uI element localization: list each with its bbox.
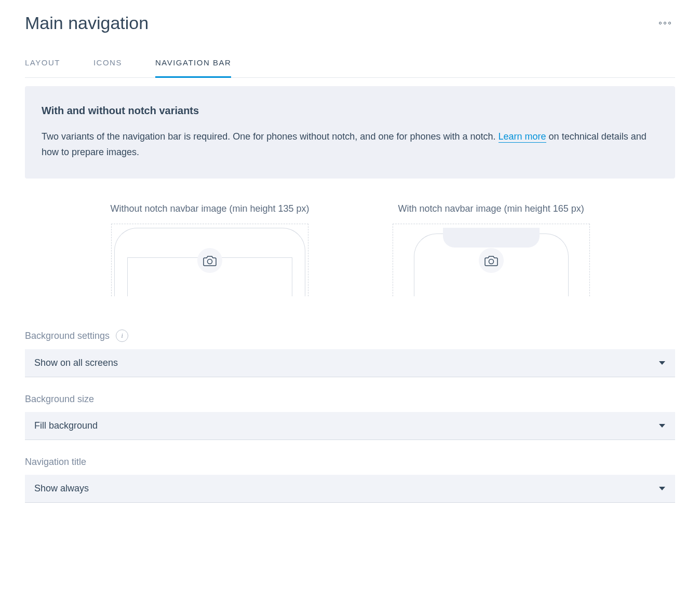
learn-more-link[interactable]: Learn more: [499, 131, 546, 143]
with-notch-label: With notch navbar image (min height 165 …: [398, 203, 584, 214]
with-notch-upload-zone[interactable]: [393, 224, 590, 296]
info-panel-title: With and without notch variants: [42, 105, 658, 117]
more-options-icon[interactable]: [655, 18, 675, 29]
tab-icons[interactable]: Icons: [93, 58, 122, 77]
svg-point-1: [489, 259, 493, 264]
without-notch-upload-zone[interactable]: [111, 224, 308, 296]
nav-title-label: Navigation title: [25, 457, 86, 468]
info-panel: With and without notch variants Two vari…: [25, 86, 675, 179]
without-notch-label: Without notch navbar image (min height 1…: [110, 203, 309, 214]
tabs-container: Layout Icons Navigation bar: [25, 58, 675, 78]
camera-icon: [479, 248, 504, 273]
info-icon[interactable]: i: [116, 330, 128, 342]
svg-point-0: [207, 259, 212, 264]
bg-size-select[interactable]: Fill background: [25, 412, 675, 440]
info-panel-text: Two variants of the navigation bar is re…: [42, 129, 658, 160]
tab-layout[interactable]: Layout: [25, 58, 60, 77]
chevron-down-icon: [658, 483, 666, 494]
page-title: Main navigation: [25, 13, 149, 33]
camera-icon: [197, 248, 222, 273]
info-text-part1: Two variants of the navigation bar is re…: [42, 131, 499, 142]
bg-size-label: Background size: [25, 394, 94, 405]
chevron-down-icon: [658, 358, 666, 368]
bg-settings-label: Background settings: [25, 331, 110, 341]
tab-navigation-bar[interactable]: Navigation bar: [155, 58, 231, 77]
bg-settings-select[interactable]: Show on all screens: [25, 349, 675, 377]
chevron-down-icon: [658, 420, 666, 431]
nav-title-value: Show always: [34, 483, 89, 494]
bg-size-value: Fill background: [34, 420, 98, 431]
notch-shape: [443, 228, 540, 248]
bg-settings-value: Show on all screens: [34, 358, 118, 368]
nav-title-select[interactable]: Show always: [25, 475, 675, 503]
